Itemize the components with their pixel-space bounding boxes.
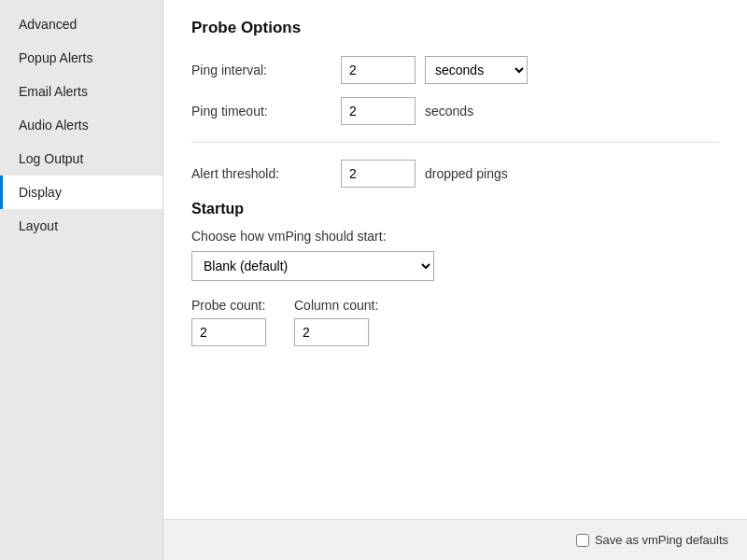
ping-interval-row: Ping interval: seconds minutes xyxy=(191,56,719,84)
probe-count-label: Probe count: xyxy=(191,298,266,313)
sidebar: Advanced Popup Alerts Email Alerts Audio… xyxy=(0,0,163,560)
startup-section: Startup Choose how vmPing should start: … xyxy=(191,201,719,346)
ping-interval-label: Ping interval: xyxy=(191,63,331,77)
ping-timeout-label: Ping timeout: xyxy=(191,104,331,119)
alert-threshold-row: Alert threshold: dropped pings xyxy=(191,160,719,188)
ping-timeout-input[interactable] xyxy=(341,97,416,125)
main-content: Probe Options Ping interval: seconds min… xyxy=(163,0,747,560)
ping-interval-unit-select[interactable]: seconds minutes xyxy=(425,56,528,84)
column-count-label: Column count: xyxy=(294,298,378,313)
sidebar-item-log-output[interactable]: Log Output xyxy=(0,142,162,175)
divider xyxy=(191,142,719,143)
ping-timeout-row: Ping timeout: seconds xyxy=(191,97,719,125)
section-title: Probe Options xyxy=(191,19,719,37)
sidebar-item-advanced[interactable]: Advanced xyxy=(0,7,162,41)
probe-count-group: Probe count: xyxy=(191,298,266,346)
startup-mode-select[interactable]: Blank (default) Last session Favorites xyxy=(191,251,434,281)
startup-title: Startup xyxy=(191,201,719,217)
bottom-bar: Save as vmPing defaults xyxy=(163,519,747,560)
column-count-group: Column count: xyxy=(294,298,378,346)
ping-timeout-unit: seconds xyxy=(425,104,473,119)
startup-choose-label: Choose how vmPing should start: xyxy=(191,229,719,244)
save-defaults-label[interactable]: Save as vmPing defaults xyxy=(576,533,728,547)
probe-count-input[interactable] xyxy=(191,318,266,346)
alert-threshold-input[interactable] xyxy=(341,160,416,188)
ping-interval-input[interactable] xyxy=(341,56,416,84)
sidebar-item-display[interactable]: Display xyxy=(0,175,162,209)
probe-column-row: Probe count: Column count: xyxy=(191,298,719,346)
sidebar-item-email-alerts[interactable]: Email Alerts xyxy=(0,75,162,108)
sidebar-item-layout[interactable]: Layout xyxy=(0,209,162,243)
column-count-input[interactable] xyxy=(294,318,369,346)
sidebar-item-popup-alerts[interactable]: Popup Alerts xyxy=(0,41,162,75)
alert-threshold-unit: dropped pings xyxy=(425,166,508,181)
sidebar-item-audio-alerts[interactable]: Audio Alerts xyxy=(0,108,162,142)
save-defaults-checkbox[interactable] xyxy=(576,534,589,547)
alert-threshold-label: Alert threshold: xyxy=(191,166,331,181)
